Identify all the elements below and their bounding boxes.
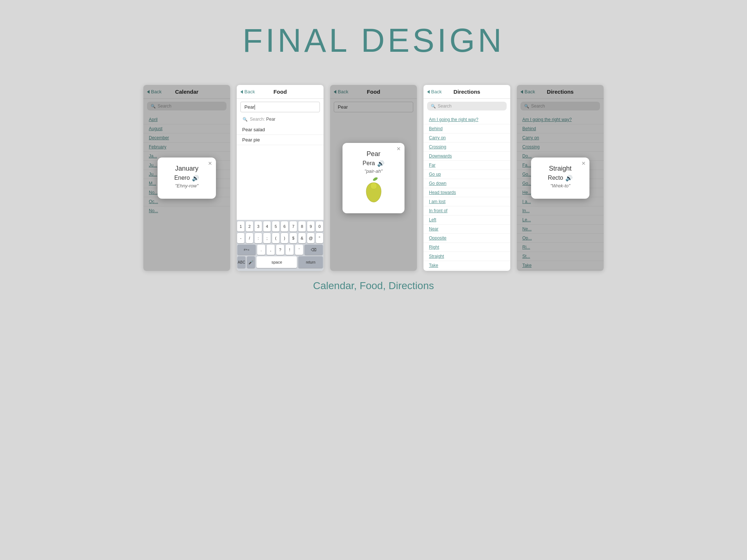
kb-key-0[interactable]: 0 [316,221,323,232]
kb-row-1: 1 2 3 4 5 6 7 8 9 0 [237,221,323,232]
kb-key-question[interactable]: ? [276,245,284,255]
list-item[interactable]: Turn [423,270,510,271]
kb-key-amp[interactable]: & [298,233,306,243]
kb-key-mic[interactable]: 🎤 [247,256,255,268]
directions-1-search-bar[interactable]: 🔍 Search [427,102,507,110]
directions-2-modal-close[interactable]: ✕ [581,160,586,166]
food-detail-modal-translation: Pera 🔊 [348,160,399,167]
kb-key-open-paren[interactable]: ( [272,233,279,243]
directions-2-modal: ✕ Straight Recto 🔊 "Wrek-to" [531,158,589,199]
food-detail-modal-close[interactable]: ✕ [396,146,401,152]
directions-2-modal-phonetic: "Wrek-to" [537,183,584,188]
list-item[interactable]: Far [423,161,510,170]
kb-key-space[interactable]: space [256,256,297,268]
kb-key-comma[interactable]: , [267,245,275,255]
text-cursor [255,105,255,110]
calendar-modal-close[interactable]: ✕ [208,160,212,166]
list-item[interactable]: Am I going the right way? [423,115,510,124]
autocomplete-item[interactable]: Pear pie [237,135,324,145]
calendar-modal-phonetic: "Ehny-row" [163,183,210,188]
directions-1-nav: Back Directions [423,85,510,99]
list-item[interactable]: Go up [423,170,510,179]
autocomplete-item[interactable]: Pear salad [237,125,324,135]
calendar-modal-translation: Enero 🔊 [163,175,210,182]
keyboard: 1 2 3 4 5 6 7 8 9 0 - / : ; ( ) $ & @ [237,220,324,271]
list-item[interactable]: Left [423,215,510,225]
directions-translation-text: Recto [548,175,563,181]
list-item[interactable]: I am lost [423,197,510,206]
phones-container: Back Calendar 🔍 Search April August Dece… [0,85,747,271]
list-item[interactable]: Straight [423,252,510,261]
list-item[interactable]: In front of [423,206,510,215]
directions-2-modal-translation: Recto 🔊 [537,175,584,182]
directions-1-list: Am I going the right way? Behind Carry o… [423,113,510,271]
directions-1-title: Directions [453,89,480,95]
food-translation-text: Pera [363,160,375,167]
list-item[interactable]: Carry on [423,133,510,143]
food-search-nav: Back Food [237,85,324,99]
kb-row-2: - / : ; ( ) $ & @ " [237,233,323,243]
caption-text: Calendar, Food, Directions [0,280,747,292]
kb-row-3: #+= . , ? ! ' ⌫ [237,245,323,255]
list-item[interactable]: Head towards [423,188,510,197]
food-autocomplete-list: Pear salad Pear pie [237,125,324,145]
list-item[interactable]: Behind [423,124,510,133]
food-detail-modal: ✕ Pear Pera 🔊 "pair-ah" [342,143,405,213]
kb-key-8[interactable]: 8 [298,221,306,232]
back-chevron-icon [240,90,243,94]
kb-key-9[interactable]: 9 [307,221,314,232]
kb-key-at[interactable]: @ [307,233,314,243]
back-chevron-icon [427,90,430,94]
list-item[interactable]: Take [423,261,510,270]
food-search-suggest: 🔍 Search: Pear [240,115,320,123]
directions-speaker-icon[interactable]: 🔊 [565,175,573,182]
list-item[interactable]: Crossing [423,143,510,152]
kb-key-delete[interactable]: ⌫ [305,245,323,255]
kb-key-abc[interactable]: ABC [237,256,245,268]
kb-key-4[interactable]: 4 [263,221,271,232]
kb-key-3[interactable]: 3 [255,221,262,232]
list-item[interactable]: Opposite [423,234,510,243]
list-item[interactable]: Near [423,225,510,234]
phone-directions-2: Back Directions 🔍 Search Am I going the … [517,85,604,271]
pear-illustration [362,177,386,206]
kb-key-dash[interactable]: - [237,233,244,243]
phone-food-detail: Back Food Pear ✕ Pear Pera 🔊 "pair-ah" [330,85,417,271]
calendar-modal-title: January [163,165,210,172]
kb-key-1[interactable]: 1 [237,221,244,232]
calendar-modal: ✕ January Enero 🔊 "Ehny-row" [158,158,216,199]
kb-key-quote[interactable]: " [316,233,323,243]
suggest-search-icon: 🔍 [243,117,248,122]
directions-1-search-placeholder: Search [438,104,452,109]
list-item[interactable]: Right [423,243,510,252]
food-input-value: Pear [244,104,254,110]
list-item[interactable]: Go down [423,179,510,188]
directions-1-back-button[interactable]: Back [427,89,442,94]
phone-calendar: Back Calendar 🔍 Search April August Dece… [143,85,230,271]
kb-key-5[interactable]: 5 [272,221,279,232]
directions-1-search-icon: 🔍 [431,104,436,109]
kb-key-return[interactable]: return [298,256,323,268]
kb-key-7[interactable]: 7 [290,221,297,232]
kb-key-semi[interactable]: ; [263,233,271,243]
kb-key-symbols[interactable]: #+= [237,245,256,255]
suggest-label: Search: Pear [250,117,275,122]
phone-food-search: Back Food Pear 🔍 Search: Pear Pear salad… [237,85,324,271]
calendar-speaker-icon[interactable]: 🔊 [192,175,199,182]
kb-key-dollar[interactable]: $ [290,233,297,243]
kb-key-slash[interactable]: / [246,233,253,243]
kb-key-2[interactable]: 2 [246,221,253,232]
kb-key-colon[interactable]: : [255,233,262,243]
kb-key-period[interactable]: . [257,245,265,255]
food-search-back-button[interactable]: Back [240,89,255,94]
food-search-input[interactable]: Pear [240,102,320,112]
kb-key-exclaim[interactable]: ! [286,245,294,255]
list-item[interactable]: Downwards [423,152,510,161]
directions-2-modal-overlay: ✕ Straight Recto 🔊 "Wrek-to" [517,85,604,271]
kb-key-apostrophe[interactable]: ' [295,245,303,255]
food-speaker-icon[interactable]: 🔊 [377,160,384,167]
kb-key-close-paren[interactable]: ) [281,233,288,243]
kb-key-6[interactable]: 6 [281,221,288,232]
kb-bottom-row: ABC 🎤 space return [237,256,323,268]
directions-2-modal-title: Straight [537,165,584,172]
